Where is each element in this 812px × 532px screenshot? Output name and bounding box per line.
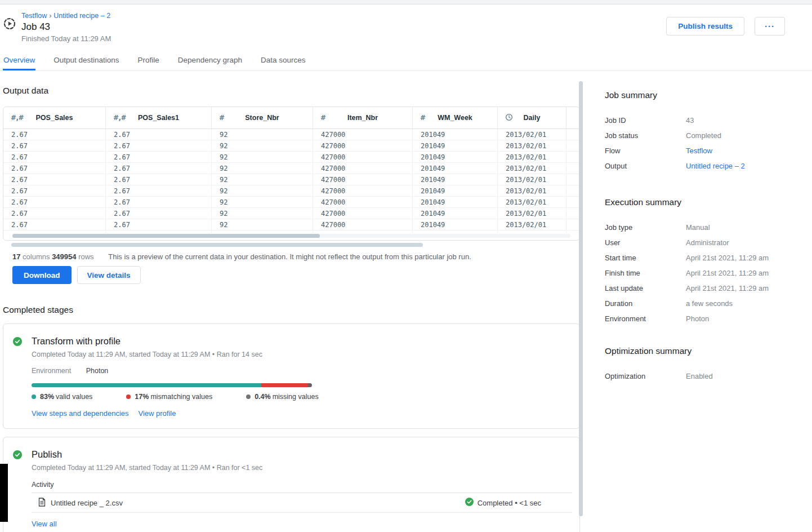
publish-results-button[interactable]: Publish results <box>666 17 744 36</box>
view-profile-link[interactable]: View profile <box>139 409 176 418</box>
decimal-type-icon: #,# <box>11 114 24 122</box>
summary-row-flow: Flow Testflow <box>605 143 791 158</box>
cell-overflow <box>566 129 579 140</box>
legend-mismatching: 17%mismatching values <box>126 393 212 401</box>
environment-label: Environment <box>32 367 71 375</box>
cell-overflow <box>566 219 579 230</box>
cell-store-nbr: 92 <box>212 152 313 162</box>
cell-pos-sales: 2.67 <box>3 129 106 140</box>
panel-scrollbar-thumb[interactable] <box>11 243 423 247</box>
cell-daily: 2013/02/01 <box>498 197 566 207</box>
table-row: 2.67 2.67 92 427000 201049 2013/02/01 <box>3 219 579 230</box>
cell-pos-sales1: 2.67 <box>106 185 212 196</box>
tab-data-sources[interactable]: Data sources <box>260 50 306 70</box>
cell-overflow <box>566 140 579 151</box>
cell-pos-sales1: 2.67 <box>106 174 212 185</box>
missing-dot-icon <box>246 394 251 399</box>
main-column: Output data #,# POS_Sales #,# POS_Sales1… <box>0 71 581 532</box>
environment-value: Photon <box>86 367 109 375</box>
breadcrumb-recipe-link[interactable]: Untitled recipe – 2 <box>53 12 110 20</box>
summary-row-finish-time: Finish time April 21st 2021, 11:29 am <box>605 265 791 281</box>
cell-item-nbr: 427000 <box>313 208 413 219</box>
table-header-row: #,# POS_Sales #,# POS_Sales1 # Store_Nbr… <box>3 107 579 129</box>
cell-pos-sales: 2.67 <box>3 163 106 174</box>
download-button[interactable]: Download <box>12 266 72 284</box>
breadcrumb-separator: › <box>49 12 51 20</box>
output-link[interactable]: Untitled recipe – 2 <box>686 162 745 170</box>
integer-type-icon: # <box>219 114 225 122</box>
valid-values-segment <box>32 383 261 387</box>
columns-label: columns <box>23 252 50 261</box>
integer-type-icon: # <box>420 114 426 122</box>
column-header-overflow <box>566 107 579 128</box>
success-check-icon <box>13 337 22 418</box>
content-area: Output data #,# POS_Sales #,# POS_Sales1… <box>0 71 812 531</box>
vertical-scrollbar-thumb[interactable] <box>579 81 583 516</box>
column-header-store-nbr: # Store_Nbr <box>212 107 313 128</box>
cell-store-nbr: 92 <box>212 197 313 207</box>
cell-item-nbr: 427000 <box>313 152 413 162</box>
view-details-button[interactable]: View details <box>77 266 141 284</box>
cell-overflow <box>566 152 579 162</box>
execution-summary-section: Execution summary Job type Manual User A… <box>605 174 791 326</box>
cell-pos-sales: 2.67 <box>3 219 106 230</box>
summary-row-job-id: Job ID 43 <box>605 113 791 128</box>
output-data-heading: Output data <box>3 71 581 96</box>
completed-stages-heading: Completed stages <box>3 284 581 316</box>
cell-item-nbr: 427000 <box>313 185 413 196</box>
cell-overflow <box>566 208 579 219</box>
more-actions-button[interactable]: ··· <box>755 17 785 36</box>
column-header-pos-sales: #,# POS_Sales <box>3 107 106 128</box>
summary-row-duration: Duration a few seconds <box>605 296 791 311</box>
cell-pos-sales: 2.67 <box>3 174 106 185</box>
datetime-type-icon <box>505 113 513 123</box>
cell-wm-week: 201049 <box>413 152 498 162</box>
cell-item-nbr: 427000 <box>313 163 413 174</box>
stage-status-line: Completed Today at 11:29 AM, started Tod… <box>32 464 572 472</box>
execution-summary-heading: Execution summary <box>605 197 791 208</box>
missing-values-segment <box>308 383 312 387</box>
table-body: 2.67 2.67 92 427000 201049 2013/02/01 2.… <box>3 129 579 233</box>
tab-overview[interactable]: Overview <box>3 50 35 70</box>
activity-row[interactable]: Untitled recipe _ 2.csv <box>32 493 572 513</box>
cell-pos-sales: 2.67 <box>3 152 106 162</box>
tab-dependency-graph[interactable]: Dependency graph <box>177 50 243 70</box>
tab-profile[interactable]: Profile <box>137 50 160 70</box>
decimal-type-icon: #,# <box>113 114 126 122</box>
job-details-page: Testflow›Untitled recipe – 2 Job 43 Fini… <box>0 0 812 532</box>
cell-item-nbr: 427000 <box>313 174 413 185</box>
view-all-link[interactable]: View all <box>32 520 57 528</box>
rows-label: rows <box>78 252 93 261</box>
breadcrumb-flow-link[interactable]: Testflow <box>21 12 47 20</box>
cell-pos-sales1: 2.67 <box>106 208 212 219</box>
table-row: 2.67 2.67 92 427000 201049 2013/02/01 <box>3 140 579 152</box>
stage-card-transform: Transform with profile Completed Today a… <box>3 323 580 429</box>
cell-wm-week: 201049 <box>413 208 498 219</box>
columns-count: 17 <box>12 252 20 261</box>
cell-wm-week: 201049 <box>413 140 498 151</box>
stage-title: Publish <box>32 449 572 460</box>
tab-output-destinations[interactable]: Output destinations <box>53 50 119 70</box>
cell-item-nbr: 427000 <box>313 219 413 230</box>
summary-row-job-type: Job type Manual <box>605 220 791 235</box>
mismatching-values-segment <box>261 383 308 387</box>
cell-overflow <box>566 163 579 174</box>
column-header-pos-sales1: #,# POS_Sales1 <box>106 107 212 128</box>
activity-header: Activity <box>32 481 572 493</box>
optimization-summary-section: Optimization summary Optimization Enable… <box>605 326 791 384</box>
view-steps-link[interactable]: View steps and dependencies <box>32 409 129 418</box>
quality-legend: 83%valid values 17%mismatching values 0.… <box>32 393 570 401</box>
column-header-daily: Daily <box>498 107 566 128</box>
activity-file-name: Untitled recipe _ 2.csv <box>51 499 123 507</box>
job-run-icon <box>3 17 16 43</box>
summary-row-start-time: Start time April 21st 2021, 11:29 am <box>605 250 791 265</box>
cell-pos-sales1: 2.67 <box>106 152 212 162</box>
flow-link[interactable]: Testflow <box>686 147 712 155</box>
cell-overflow <box>566 197 579 207</box>
summary-row-user: User Administrator <box>605 235 791 250</box>
cell-daily: 2013/02/01 <box>498 152 566 162</box>
table-scrollbar-thumb[interactable] <box>12 234 320 238</box>
cell-wm-week: 201049 <box>413 129 498 140</box>
cell-pos-sales1: 2.67 <box>106 197 212 207</box>
cell-pos-sales1: 2.67 <box>106 140 212 151</box>
